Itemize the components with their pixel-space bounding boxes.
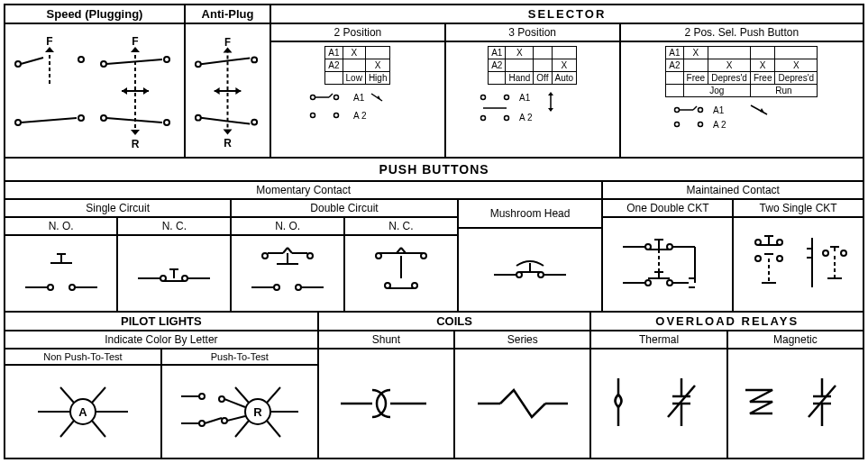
svg-point-50: [698, 123, 702, 127]
svg-point-41: [480, 116, 485, 121]
svg-point-44: [674, 108, 679, 113]
pb2-content: A1X A2XXX FreeDepres'dFreeDepres'd JogRu…: [621, 42, 863, 136]
svg-text:R: R: [132, 138, 140, 150]
svg-line-134: [60, 387, 74, 403]
svg-line-26: [201, 117, 250, 123]
svg-point-146: [199, 394, 205, 399]
svg-line-142: [267, 387, 280, 403]
electrical-symbols-chart: Speed (Plugging) F F: [4, 4, 864, 459]
svg-point-42: [504, 116, 508, 121]
single-circuit-header: Single Circuit: [5, 200, 230, 218]
shunt-symbol: [319, 350, 453, 458]
svg-point-96: [667, 244, 672, 250]
svg-point-25: [196, 114, 201, 120]
svg-line-69: [288, 248, 292, 253]
svg-point-75: [274, 285, 279, 290]
single-nc-symbol: [118, 236, 230, 311]
speed-plugging-symbol: F F R: [5, 24, 184, 157]
double-no-symbol: [232, 236, 343, 311]
svg-text:A1: A1: [519, 93, 531, 103]
svg-text:F: F: [46, 35, 52, 48]
svg-point-33: [310, 113, 315, 118]
svg-line-137: [92, 421, 105, 437]
svg-point-21: [196, 61, 201, 67]
double-nc-header: N. C.: [345, 218, 457, 236]
non-push-symbol: A: [5, 366, 160, 458]
svg-line-3: [21, 58, 43, 64]
svg-point-124: [823, 250, 828, 256]
svg-point-125: [841, 250, 846, 256]
svg-text:A: A: [78, 405, 87, 419]
svg-line-22: [201, 58, 250, 64]
svg-point-147: [219, 396, 224, 402]
svg-line-30: [329, 94, 333, 97]
pos2-header: 2 Position: [271, 24, 444, 42]
svg-point-27: [251, 119, 257, 124]
svg-point-116: [755, 256, 761, 261]
svg-point-150: [199, 421, 205, 426]
thermal-symbol: [591, 350, 726, 458]
svg-line-46: [693, 106, 697, 110]
double-circuit-header: Double Circuit: [232, 200, 456, 218]
svg-point-113: [777, 240, 782, 245]
pos3-content: A1X A2X HandOffAuto A1 A 2: [446, 42, 619, 128]
svg-line-136: [60, 421, 74, 437]
svg-line-143: [235, 421, 249, 437]
svg-point-57: [69, 285, 75, 290]
svg-point-4: [78, 57, 84, 62]
svg-point-66: [262, 253, 268, 259]
svg-point-91: [538, 272, 544, 277]
magnetic-symbol: [728, 350, 863, 458]
overload-header: OVERLOAD RELAYS: [591, 313, 863, 331]
series-header: Series: [455, 331, 589, 350]
svg-point-117: [777, 256, 782, 261]
svg-point-2: [15, 61, 21, 67]
pilot-lights-header: PILOT LIGHTS: [5, 313, 317, 331]
svg-text:R: R: [253, 405, 262, 419]
shunt-header: Shunt: [319, 331, 453, 350]
svg-text:A1: A1: [713, 105, 725, 115]
double-nc-symbol: [345, 236, 457, 311]
svg-point-15: [101, 115, 106, 121]
single-no-header: N. O.: [5, 218, 116, 236]
coils-header: COILS: [319, 313, 590, 331]
svg-point-11: [101, 61, 106, 67]
svg-line-6: [21, 118, 77, 123]
svg-line-153: [227, 416, 245, 421]
two-single-header: Two Single CKT: [734, 200, 863, 218]
svg-point-31: [333, 95, 338, 100]
svg-text:F: F: [132, 35, 138, 48]
anti-plug-header: Anti-Plug: [186, 5, 270, 24]
svg-line-141: [235, 387, 249, 403]
single-nc-header: N. C.: [118, 218, 230, 236]
svg-point-105: [645, 280, 651, 286]
selector-header: SELECTOR: [271, 5, 863, 24]
indicate-color-header: Indicate Color By Letter: [5, 331, 317, 350]
svg-point-36: [480, 95, 485, 100]
svg-point-106: [667, 280, 672, 286]
svg-point-49: [674, 123, 679, 127]
svg-point-23: [251, 57, 257, 62]
svg-point-28: [310, 95, 315, 100]
push-test-symbol: R: [162, 366, 317, 458]
svg-text:A 2: A 2: [713, 120, 726, 130]
svg-text:A 2: A 2: [519, 113, 533, 123]
svg-point-13: [164, 57, 169, 62]
magnetic-header: Magnetic: [728, 331, 863, 350]
svg-line-68: [283, 248, 288, 253]
svg-line-135: [92, 387, 105, 403]
svg-point-7: [78, 115, 84, 121]
svg-point-37: [504, 95, 508, 100]
pos3-header: 3 Position: [446, 24, 619, 42]
svg-text:A 2: A 2: [353, 111, 367, 121]
one-double-symbol: [603, 218, 732, 311]
svg-text:F: F: [224, 35, 231, 48]
svg-point-5: [15, 120, 21, 125]
speed-plugging-header: Speed (Plugging): [5, 5, 184, 24]
double-no-header: N. O.: [232, 218, 343, 236]
svg-point-76: [296, 285, 301, 290]
svg-line-144: [267, 421, 280, 437]
svg-point-56: [48, 285, 53, 290]
svg-point-64: [182, 276, 187, 281]
series-symbol: [455, 350, 589, 458]
